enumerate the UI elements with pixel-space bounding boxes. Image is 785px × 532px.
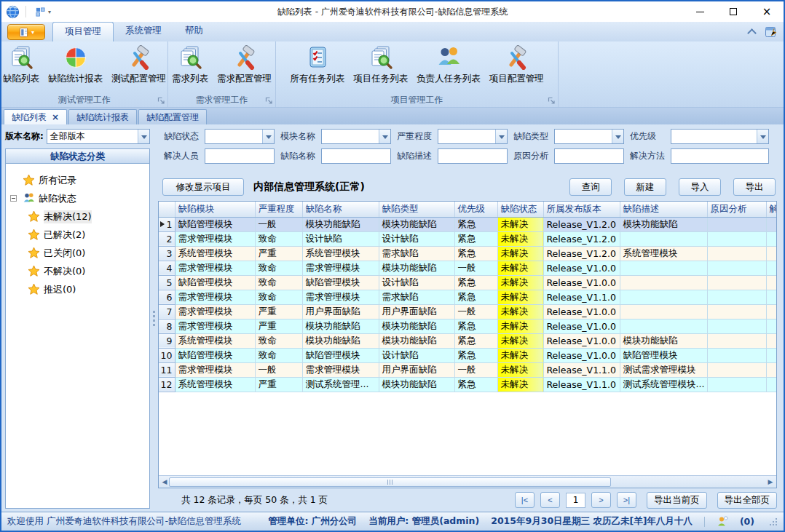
tree-item-推迟(0)[interactable]: 推迟(0) xyxy=(7,280,148,298)
cell-解决方法 xyxy=(766,261,776,275)
ribbon-button-需求列表[interactable]: 需求列表 xyxy=(167,44,213,87)
close-button[interactable]: × xyxy=(750,1,784,22)
ribbon-button-测试配置管理[interactable]: 测试配置管理 xyxy=(107,44,170,87)
ribbon-tab-帮助[interactable]: 帮助 xyxy=(173,22,215,41)
last-page-button[interactable]: >| xyxy=(617,492,636,508)
filter-input-缺陷名称[interactable] xyxy=(321,148,391,164)
quick-access-toolbar[interactable]: ▾ xyxy=(32,5,54,19)
tree-item-所有记录[interactable]: 所有记录 xyxy=(7,171,148,189)
action-button-导入[interactable]: 导入 xyxy=(679,178,721,196)
table-row[interactable]: 9系统管理模块致命模块功能缺陷模块功能缺陷紧急未解决Release_V1.0.0… xyxy=(159,333,776,348)
cell-缺陷名称: 模块功能缺陷 xyxy=(302,319,379,333)
application-menu-button[interactable]: ▾ xyxy=(7,24,45,40)
row-number-cell: 2 xyxy=(159,231,175,246)
filter-combobox-模块名称[interactable] xyxy=(321,129,391,144)
column-header-缺陷描述[interactable]: 缺陷描述 xyxy=(620,202,707,217)
ribbon-button-负责人任务列表[interactable]: 负责人任务列表 xyxy=(412,44,485,87)
table-row[interactable]: 1缺陷管理模块一般模块功能缺陷模块功能缺陷紧急未解决Release_V1.2.0… xyxy=(159,217,776,231)
column-header-缺陷名称[interactable]: 缺陷名称 xyxy=(302,202,379,217)
ribbon-button-所有任务列表[interactable]: 所有任务列表 xyxy=(285,44,349,87)
filter-combobox-缺陷状态[interactable] xyxy=(205,129,275,144)
filter-combobox-缺陷类型[interactable] xyxy=(554,129,624,144)
first-page-button[interactable]: |< xyxy=(515,492,534,508)
cell-严重程度: 一般 xyxy=(255,217,302,231)
modify-display-items-button[interactable]: 修改显示项目 xyxy=(162,178,244,196)
export-current-page-button[interactable]: 导出当前页 xyxy=(647,492,707,509)
action-button-查询[interactable]: 查询 xyxy=(569,178,612,196)
tree-item-不解决(0)[interactable]: 不解决(0) xyxy=(7,262,148,280)
chevron-down-icon[interactable] xyxy=(757,130,768,143)
scroll-left-icon[interactable]: ◀ xyxy=(160,478,169,485)
chevron-down-icon[interactable] xyxy=(262,130,274,143)
document-tab-缺陷统计报表[interactable]: 缺陷统计报表 xyxy=(68,109,137,124)
ribbon-button-需求配置管理[interactable]: 需求配置管理 xyxy=(213,44,276,87)
scrollbar-track[interactable] xyxy=(169,477,766,487)
filter-input-解决方法[interactable] xyxy=(671,148,769,164)
action-button-导出[interactable]: 导出 xyxy=(733,178,776,196)
ribbon-button-缺陷统计报表[interactable]: 缺陷统计报表 xyxy=(44,44,107,87)
table-row[interactable]: 8需求管理模块严重模块功能缺陷模块功能缺陷紧急未解决Release_V1.0.0 xyxy=(159,319,776,333)
chevron-down-icon[interactable] xyxy=(612,130,623,143)
filter-combobox-优先级[interactable] xyxy=(671,129,769,144)
dialog-launcher-icon[interactable] xyxy=(548,97,556,105)
ribbon-button-label: 测试配置管理 xyxy=(111,73,166,85)
table-row[interactable]: 6需求管理模块致命需求管理模块需求缺陷紧急未解决Release_V1.1.0 xyxy=(159,290,776,304)
document-tab-缺陷列表[interactable]: 缺陷列表× xyxy=(4,109,67,124)
window-help-icon[interactable] xyxy=(765,25,778,39)
panel-splitter[interactable] xyxy=(151,124,157,512)
document-tab-缺陷配置管理[interactable]: 缺陷配置管理 xyxy=(138,109,207,124)
table-row[interactable]: 7需求管理模块严重用户界面缺陷用户界面缺陷一般未解决Release_V1.0.0 xyxy=(159,304,776,319)
action-button-新建[interactable]: 新建 xyxy=(624,178,666,196)
collapse-expander-icon[interactable] xyxy=(10,195,17,202)
table-row[interactable]: 5缺陷管理模块致命缺陷管理模块设计缺陷紧急未解决Release_V1.0.0 xyxy=(159,275,776,290)
table-row[interactable]: 3系统管理模块严重系统管理模块需求缺陷紧急未解决Release_V1.2.0系统… xyxy=(159,246,776,261)
dialog-launcher-icon[interactable] xyxy=(265,97,273,105)
column-header-严重程度[interactable]: 严重程度 xyxy=(255,202,302,217)
column-header-缺陷模块[interactable]: 缺陷模块 xyxy=(175,202,255,217)
chevron-up-icon[interactable] xyxy=(747,29,757,35)
filter-label-原因分析: 原因分析 xyxy=(513,150,554,162)
filter-input-缺陷描述[interactable] xyxy=(438,148,508,164)
table-row[interactable]: 11需求管理模块一般需求管理模块用户界面缺陷一般未解决Release_V1.1.… xyxy=(159,362,776,377)
ribbon-button-项目配置管理[interactable]: 项目配置管理 xyxy=(485,44,548,87)
resize-grip-icon[interactable] xyxy=(769,517,778,526)
ribbon-group-caption: 需求管理工作 xyxy=(168,94,275,107)
tree-item-未解决(12)[interactable]: 未解决(12) xyxy=(7,207,148,226)
minimize-button[interactable] xyxy=(683,1,717,22)
tree-item-已解决(2)[interactable]: 已解决(2) xyxy=(7,226,148,244)
column-header-缺陷状态[interactable]: 缺陷状态 xyxy=(497,202,543,217)
table-row[interactable]: 12系统管理模块严重测试系统管理...模块功能缺陷紧急未解决Release_V1… xyxy=(159,377,776,392)
filter-input-原因分析[interactable] xyxy=(554,148,624,164)
export-all-pages-button[interactable]: 导出全部页 xyxy=(717,492,778,509)
column-header-缺陷类型[interactable]: 缺陷类型 xyxy=(379,202,454,217)
close-tab-icon[interactable]: × xyxy=(52,113,59,122)
scroll-right-icon[interactable]: ▶ xyxy=(766,478,775,485)
chevron-down-icon[interactable] xyxy=(495,130,507,143)
column-header-原因分析[interactable]: 原因分析 xyxy=(707,202,766,217)
ribbon-button-项目任务列表[interactable]: 项目任务列表 xyxy=(349,44,412,87)
filter-combobox-严重程度[interactable] xyxy=(438,129,508,144)
tree-item-缺陷状态[interactable]: 缺陷状态 xyxy=(7,189,148,207)
next-page-button[interactable]: > xyxy=(591,492,611,508)
cell-缺陷模块: 缺陷管理模块 xyxy=(175,348,255,362)
table-row[interactable]: 2需求管理模块致命设计缺陷设计缺陷紧急未解决Release_V1.2.0 xyxy=(159,231,776,246)
ribbon-button-缺陷列表[interactable]: 缺陷列表 xyxy=(0,44,44,87)
prev-page-button[interactable]: < xyxy=(540,492,560,508)
dialog-launcher-icon[interactable] xyxy=(157,97,165,105)
scrollbar-thumb[interactable] xyxy=(169,477,611,487)
chevron-down-icon[interactable] xyxy=(138,130,149,143)
filter-input-解决人员[interactable] xyxy=(205,148,275,164)
tree-item-已关闭(0)[interactable]: 已关闭(0) xyxy=(7,244,148,262)
version-combobox[interactable]: 全部版本 xyxy=(47,129,150,144)
column-header-优先级[interactable]: 优先级 xyxy=(454,202,497,217)
column-header-解决方法[interactable]: 解决方法 xyxy=(766,202,776,217)
table-row[interactable]: 10缺陷管理模块致命缺陷管理模块设计缺陷紧急未解决Release_V1.0.0缺… xyxy=(159,348,776,362)
ribbon-tab-项目管理[interactable]: 项目管理 xyxy=(52,22,114,41)
chevron-down-icon[interactable] xyxy=(379,130,390,143)
ribbon-tab-系统管理[interactable]: 系统管理 xyxy=(114,22,173,41)
horizontal-scrollbar[interactable]: ◀ ▶ xyxy=(159,475,776,488)
maximize-button[interactable] xyxy=(717,1,750,22)
page-number-input[interactable] xyxy=(566,493,585,508)
table-row[interactable]: 4需求管理模块致命需求管理模块模块功能缺陷一般未解决Release_V1.0.0 xyxy=(159,261,776,275)
column-header-所属发布版本[interactable]: 所属发布版本 xyxy=(543,202,620,217)
